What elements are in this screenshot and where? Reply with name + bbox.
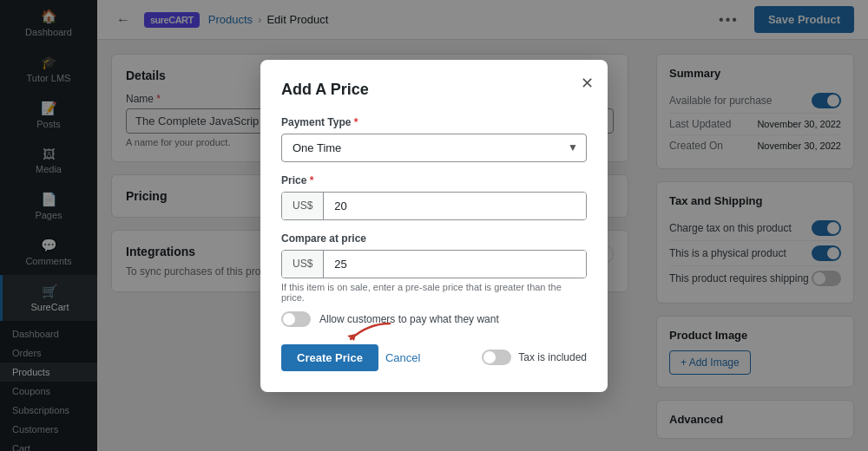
price-input-wrap: US$: [281, 192, 587, 220]
tax-included-label: Tax is included: [518, 351, 587, 363]
payment-type-label: Payment Type *: [281, 116, 587, 128]
compare-hint: If this item is on sale, enter a pre-sal…: [281, 282, 587, 303]
compare-price-field: Compare at price US$ If this item is on …: [281, 232, 587, 303]
arrow-annotation: [342, 320, 394, 347]
price-input[interactable]: [324, 193, 586, 219]
modal-overlay[interactable]: Add A Price ✕ Payment Type * One Time ▼ …: [0, 0, 868, 451]
compare-price-input[interactable]: [324, 251, 586, 278]
svg-marker-0: [347, 334, 356, 341]
price-label: Price *: [281, 174, 587, 186]
compare-input-wrap: US$: [281, 250, 587, 278]
payment-type-field: Payment Type * One Time ▼: [281, 116, 587, 162]
modal-close-button[interactable]: ✕: [581, 74, 594, 93]
modal-title: Add A Price: [281, 81, 587, 99]
allow-customers-row: Allow customers to pay what they want: [281, 311, 587, 327]
cancel-button[interactable]: Cancel: [385, 351, 420, 364]
create-price-button[interactable]: Create Price: [281, 344, 378, 371]
modal: Add A Price ✕ Payment Type * One Time ▼ …: [260, 60, 608, 392]
modal-footer: Create Price Cancel Tax is included: [281, 344, 587, 371]
payment-type-select[interactable]: One Time: [281, 134, 587, 162]
compare-price-label: Compare at price: [281, 232, 587, 245]
price-field: Price * US$: [281, 174, 587, 220]
annotation-arrow-svg: [342, 320, 394, 344]
tax-included-wrap: Tax is included: [482, 350, 587, 365]
allow-customers-toggle[interactable]: [281, 311, 311, 327]
price-currency-prefix: US$: [282, 193, 324, 219]
compare-currency-prefix: US$: [282, 251, 324, 278]
tax-included-toggle[interactable]: [482, 350, 511, 365]
